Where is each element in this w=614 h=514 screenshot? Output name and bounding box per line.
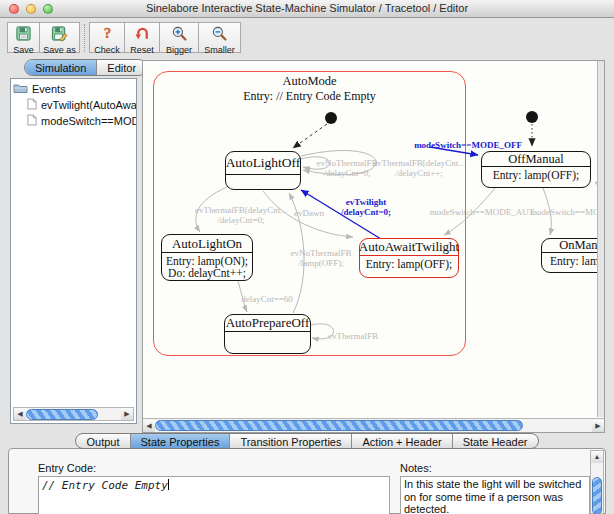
tree-item-modeswitch[interactable]: modeSwitch==MODE_ <box>11 113 136 129</box>
transition-label-evtwilight[interactable]: evTwilight /delayCnt=0; <box>341 197 391 217</box>
reset-button[interactable]: Reset <box>124 22 160 53</box>
question-mark-icon: ? <box>99 25 116 46</box>
folder-icon <box>13 82 28 96</box>
notes-input[interactable]: In this state the light will be switched… <box>400 476 590 514</box>
titlebar: Sinelabore Interactive State-Machine Sim… <box>0 0 614 18</box>
toolbar-separator <box>84 24 85 52</box>
state-autolighton[interactable]: AutoLightOn Entry: lamp(ON); Do: delayCn… <box>161 234 253 281</box>
canvas-vscrollbar-track[interactable] <box>597 61 604 417</box>
document-icon <box>27 98 37 112</box>
sidebar-tab-group: Simulation Editor <box>24 59 147 76</box>
tree-root-events[interactable]: Events <box>11 81 136 97</box>
state-title: AutoLightOn <box>162 235 252 253</box>
scrollbar-thumb[interactable] <box>26 409 98 420</box>
check-button[interactable]: ? Check <box>89 22 125 53</box>
transition-label-modeswitch-off[interactable]: modeSwitch==MODE_OFF <box>414 140 522 150</box>
transition-label-modeswitch-right[interactable]: modeSwitch==MODE_ <box>530 207 597 217</box>
transition-label-self-nothermal[interactable]: evNoThermalFB /delayCnt=0; <box>317 158 378 178</box>
transition-label-self-thermal[interactable]: evThermalFB[delayCnt... /delayCnt++; <box>373 158 465 178</box>
state-title: OffManual <box>482 152 590 167</box>
toolbar: Save Save as ? Check Reset <box>0 18 614 58</box>
bigger-button[interactable]: Bigger <box>159 22 199 53</box>
state-title: AutoPrepareOff <box>225 315 310 332</box>
transition-label-evdawn[interactable]: evDawn <box>294 208 324 218</box>
text-cursor <box>168 479 169 490</box>
pane-vscrollbar[interactable]: ▲ <box>590 450 604 514</box>
smaller-label: Smaller <box>204 46 235 55</box>
tree-item-label: evTwilight(AutoAwaitT <box>41 99 136 111</box>
scrollbar-thumb[interactable] <box>592 477 602 514</box>
notes-label: Notes: <box>400 462 432 474</box>
smaller-button[interactable]: Smaller <box>198 22 241 53</box>
transition-label-nothermal-lampoff[interactable]: evNoThermalFB /lamp(OFF); <box>291 248 352 268</box>
state-body <box>225 332 310 334</box>
state-entry-line: Entry: lamp(OFF); <box>482 167 590 181</box>
transition-label-modeswitch-aut[interactable]: modeSwitch==MODE_AUT... <box>430 207 541 217</box>
tree-root-label: Events <box>32 83 66 95</box>
scroll-right-icon[interactable]: ▶ <box>121 408 133 420</box>
tab-editor[interactable]: Editor <box>96 60 146 75</box>
state-offmanual[interactable]: OffManual Entry: lamp(OFF); <box>481 151 591 188</box>
svg-text:?: ? <box>103 25 111 41</box>
state-properties-pane: Entry Code: // Entry Code Empty Notes: I… <box>8 448 606 514</box>
save-as-button[interactable]: Save as <box>39 22 80 53</box>
state-title: OnManual <box>542 239 597 253</box>
state-onmanual[interactable]: OnManual Entry: lamp( <box>541 238 597 273</box>
transition-initial-automode[interactable] <box>293 124 327 148</box>
tab-state-properties[interactable]: State Properties <box>130 434 230 448</box>
state-entry-line: Entry: lamp( <box>542 253 597 267</box>
tab-transition-properties[interactable]: Transition Properties <box>229 434 351 448</box>
initial-state-dot[interactable] <box>526 111 538 123</box>
scroll-up-icon[interactable]: ▲ <box>591 451 603 463</box>
canvas-hscrollbar[interactable]: ◀ ▶ <box>143 418 604 432</box>
tab-output[interactable]: Output <box>76 434 129 448</box>
state-entry-line: Entry: lamp(ON); <box>162 255 252 267</box>
tree-item-evtwilight[interactable]: evTwilight(AutoAwaitT <box>11 97 136 113</box>
transition-label-prepself[interactable]: evThermalFB <box>328 331 378 341</box>
entry-code-value: // Entry Code Empty <box>42 479 168 492</box>
floppy-disk-pencil-icon <box>51 25 68 46</box>
save-as-label: Save as <box>43 46 76 55</box>
entry-code-label: Entry Code: <box>38 462 96 474</box>
state-autolightoff[interactable]: AutoLightOff <box>225 151 301 190</box>
scrollbar-thumb[interactable] <box>155 420 523 431</box>
app-window: Sinelabore Interactive State-Machine Sim… <box>0 0 614 514</box>
state-autoawaittwilight[interactable]: AutoAwaitTwilight Entry: lamp(OFF); <box>359 238 459 278</box>
sidebar-hscrollbar[interactable]: ◀ ▶ <box>13 407 134 421</box>
state-entry-line: Entry: lamp(OFF); <box>360 256 458 270</box>
tree-item-label: modeSwitch==MODE_ <box>41 115 136 127</box>
check-label: Check <box>94 46 120 55</box>
state-title: AutoLightOff <box>226 152 300 175</box>
tab-state-header[interactable]: State Header <box>452 434 538 448</box>
diagram-canvas[interactable]: AutoMode Entry: // Entry Code Empty <box>142 60 605 433</box>
tab-simulation[interactable]: Simulation <box>25 60 96 75</box>
scroll-left-icon[interactable]: ◀ <box>143 420 155 432</box>
scroll-right-icon[interactable]: ▶ <box>592 420 604 432</box>
state-autoprepareoff[interactable]: AutoPrepareOff <box>224 314 311 354</box>
reset-label: Reset <box>130 46 154 55</box>
magnifier-minus-icon <box>211 25 228 46</box>
tab-action-header[interactable]: Action + Header <box>351 434 451 448</box>
u-turn-arrow-icon <box>134 25 151 46</box>
bigger-label: Bigger <box>166 46 192 55</box>
floppy-disk-icon <box>15 25 32 46</box>
window-title: Sinelabore Interactive State-Machine Sim… <box>0 2 614 14</box>
scroll-left-icon[interactable]: ◀ <box>14 408 26 420</box>
events-tree: Events evTwilight(AutoAwaitT modeSwitch=… <box>10 78 137 424</box>
save-button[interactable]: Save <box>7 22 40 53</box>
notes-value: In this state the light will be switched… <box>401 477 589 514</box>
state-do-line: Do: delayCnt++; <box>162 267 252 279</box>
bottom-tab-group: Output State Properties Transition Prope… <box>0 433 614 449</box>
entry-code-input[interactable]: // Entry Code Empty <box>38 476 390 514</box>
transition-label-delaycnt60[interactable]: delayCnt==60 <box>241 294 293 304</box>
magnifier-plus-icon <box>171 25 188 46</box>
state-body: Entry: lamp(ON); Do: delayCnt++; <box>162 253 252 279</box>
state-title: AutoAwaitTwilight <box>360 239 458 256</box>
diagram-viewport: AutoMode Entry: // Entry Code Empty <box>143 61 597 417</box>
document-icon <box>27 114 37 128</box>
save-label: Save <box>13 46 34 55</box>
transition-label-tolighton[interactable]: evThermalFB[delayCnt... /delayCnt=0; <box>195 205 287 225</box>
state-body <box>226 175 300 177</box>
initial-state-dot[interactable] <box>325 112 337 124</box>
